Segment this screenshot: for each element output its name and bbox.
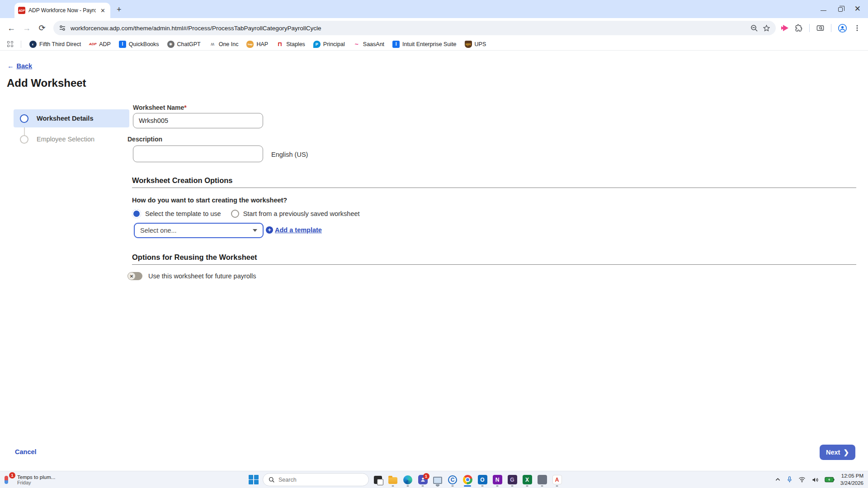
worksheet-name-label: Worksheet Name* — [133, 104, 187, 111]
template-dropdown[interactable]: Select one... — [134, 223, 264, 238]
teams-button[interactable]: 1 — [417, 473, 429, 487]
start-button[interactable] — [248, 473, 259, 487]
outlook-icon: O — [478, 475, 487, 484]
chrome-button[interactable] — [462, 473, 473, 487]
next-button[interactable]: Next ❯ — [820, 445, 855, 460]
weather-thermometer-icon: 1 — [3, 474, 14, 486]
purple-app-icon: G — [508, 475, 517, 484]
bookmark-hap[interactable]: hap HAP — [243, 39, 272, 49]
radio-unselected-icon[interactable] — [231, 210, 239, 218]
tab-close-icon[interactable]: ✕ — [99, 7, 107, 14]
plus-circle-icon: + — [266, 226, 273, 234]
tray-chevron-up-icon[interactable] — [775, 477, 781, 483]
principal-icon: P — [313, 41, 321, 48]
taskbar-weather-widget[interactable]: 1 Temps to plum... Friday — [3, 474, 55, 486]
browser-titlebar: ADP ADP Workforce Now - Payroll D ✕ + ✕ — [0, 0, 868, 18]
stepper-item-employee-selection[interactable]: Employee Selection — [14, 130, 129, 148]
bookmark-adp[interactable]: ADP ADP — [85, 39, 114, 49]
kebab-menu-icon[interactable] — [854, 24, 861, 32]
radio-selected-icon[interactable] — [132, 209, 141, 218]
taskbar-search[interactable] — [263, 473, 369, 486]
window-minimize-button[interactable] — [821, 7, 826, 11]
page-title: Add Worksheet — [7, 77, 86, 89]
back-link[interactable]: ← Back — [7, 62, 32, 70]
toggle-label: Use this worksheet for future payrolls — [148, 272, 256, 280]
edge-button[interactable] — [402, 473, 414, 487]
wifi-icon[interactable] — [798, 477, 806, 483]
staples-icon: ⊓ — [276, 41, 283, 48]
bookmark-saasant[interactable]: ~ SaasAnt — [349, 39, 388, 49]
bookmark-intuit-enterprise-suite[interactable]: I Intuit Enterprise Suite — [389, 39, 460, 49]
browser-toolbar: ← → ⟳ workforcenow.adp.com/theme/admin.h… — [0, 18, 868, 38]
system-utility-button[interactable] — [432, 473, 443, 487]
address-bar[interactable]: workforcenow.adp.com/theme/admin.html#/P… — [53, 21, 776, 35]
chatgpt-icon: ✳ — [167, 41, 175, 48]
weather-badge: 1 — [9, 472, 15, 479]
bookmark-one-inc[interactable]: ʍ One Inc — [205, 39, 242, 49]
forward-nav-icon[interactable]: → — [20, 21, 33, 35]
calculator-button[interactable] — [536, 473, 548, 487]
browser-tab[interactable]: ADP ADP Workforce Now - Payroll D ✕ — [14, 3, 110, 18]
bookmark-chatgpt[interactable]: ✳ ChatGPT — [164, 39, 204, 49]
url-text[interactable]: workforcenow.adp.com/theme/admin.html#/P… — [71, 25, 746, 32]
stepper-item-worksheet-details[interactable]: Worksheet Details — [14, 109, 129, 127]
clock-time: 12:05 PM — [840, 473, 863, 480]
window-close-button[interactable]: ✕ — [854, 6, 861, 12]
one-inc-icon: ʍ — [209, 41, 216, 48]
purple-app-button[interactable]: G — [506, 473, 518, 487]
toggle-off-icon: ✕ — [128, 272, 135, 280]
side-search-panel-icon[interactable] — [816, 24, 825, 33]
bookmark-ups[interactable]: ups UPS — [461, 39, 490, 49]
file-explorer-button[interactable] — [387, 473, 399, 487]
radio-saved-worksheet[interactable]: Start from a previously saved worksheet — [231, 210, 360, 218]
excel-icon: X — [523, 475, 532, 484]
c-circle-app-button[interactable]: C — [447, 473, 458, 487]
taskbar-clock[interactable]: 12:05 PM 3/24/2026 — [840, 473, 863, 487]
battery-icon[interactable] — [825, 477, 835, 483]
c-circle-app-icon: C — [448, 475, 457, 484]
bookmarks-divider — [21, 41, 21, 48]
task-view-button[interactable] — [372, 473, 384, 487]
zoom-out-icon[interactable] — [750, 24, 758, 32]
bookmarks-bar: ◐ Fifth Third Direct ADP ADP I QuickBook… — [0, 38, 868, 51]
reuse-options-heading: Options for Reusing the Worksheet — [132, 253, 257, 262]
microphone-icon[interactable] — [787, 476, 793, 483]
radio-select-template[interactable]: Select the template to use — [132, 209, 221, 218]
weather-subtitle: Friday — [17, 480, 55, 485]
acrobat-button[interactable]: A — [551, 473, 563, 487]
future-payrolls-toggle[interactable]: ✕ — [127, 272, 142, 280]
worksheet-name-input[interactable] — [133, 113, 263, 128]
onenote-button[interactable]: N — [491, 473, 503, 487]
site-settings-icon[interactable] — [59, 24, 66, 32]
pink-arrow-extension-icon[interactable] — [783, 25, 788, 31]
window-restore-button[interactable] — [838, 7, 843, 12]
apps-grid-icon[interactable] — [7, 41, 14, 47]
search-input[interactable] — [278, 477, 351, 483]
cancel-link[interactable]: Cancel — [15, 448, 37, 455]
acrobat-icon: A — [552, 475, 562, 484]
profile-avatar-icon[interactable] — [838, 23, 847, 33]
add-template-link[interactable]: + Add a template — [266, 226, 322, 234]
back-arrow-icon: ← — [7, 62, 14, 70]
windows-logo-icon — [249, 475, 259, 485]
step-circle-icon — [20, 135, 28, 144]
bookmark-star-icon[interactable] — [763, 24, 770, 32]
bookmark-fifth-third-direct[interactable]: ◐ Fifth Third Direct — [26, 39, 85, 49]
bookmark-staples[interactable]: ⊓ Staples — [273, 39, 309, 49]
bookmark-principal[interactable]: P Principal — [310, 39, 349, 49]
new-tab-button[interactable]: + — [117, 5, 122, 14]
outlook-button[interactable]: O — [476, 473, 488, 487]
speaker-icon[interactable] — [811, 477, 819, 483]
extensions-puzzle-icon[interactable] — [795, 24, 803, 32]
description-input[interactable] — [133, 145, 263, 162]
required-marker: * — [184, 104, 186, 111]
back-nav-icon[interactable]: ← — [5, 21, 18, 35]
bookmark-quickbooks[interactable]: I QuickBooks — [115, 39, 163, 49]
teams-badge: 1 — [423, 473, 429, 479]
quickbooks-icon: I — [119, 41, 126, 48]
excel-button[interactable]: X — [521, 473, 533, 487]
adp-favicon-icon: ADP — [18, 7, 25, 14]
reload-icon[interactable]: ⟳ — [35, 21, 49, 35]
teams-icon: 1 — [418, 475, 428, 484]
chevron-right-icon: ❯ — [843, 448, 849, 456]
